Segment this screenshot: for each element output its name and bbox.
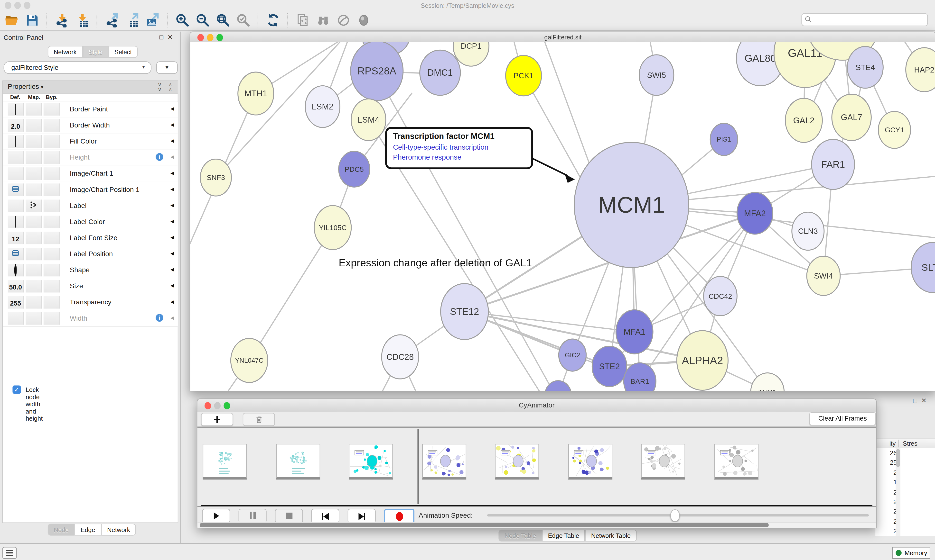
- property-cell[interactable]: 12: [8, 232, 24, 244]
- cyanimator-titlebar[interactable]: CyAnimator: [197, 399, 876, 412]
- table-row-1[interactable]: 26: [875, 449, 897, 459]
- zoom-out-icon[interactable]: [196, 13, 210, 28]
- annotation-link-1[interactable]: Cell-type-specific transcription: [393, 142, 525, 153]
- property-cell[interactable]: [26, 216, 42, 228]
- property-row-label-position[interactable]: Label Position◀: [3, 246, 178, 263]
- tab-style[interactable]: Style: [83, 46, 108, 58]
- tab-network[interactable]: Network: [101, 524, 136, 536]
- property-cell[interactable]: [8, 312, 24, 325]
- zoom-in-icon[interactable]: [175, 13, 190, 28]
- property-cell[interactable]: [26, 183, 42, 196]
- zoom-icon[interactable]: [224, 402, 230, 409]
- tab-node[interactable]: Node: [48, 524, 74, 536]
- property-cell[interactable]: [26, 103, 42, 115]
- close-icon[interactable]: [205, 402, 211, 409]
- zoom-fit-icon[interactable]: [216, 13, 230, 28]
- property-cell[interactable]: [8, 200, 24, 212]
- property-cell[interactable]: [26, 119, 42, 132]
- close-panel-icon[interactable]: ✕: [168, 33, 173, 41]
- property-cell[interactable]: [8, 183, 24, 196]
- tab-network[interactable]: Network: [48, 46, 83, 58]
- property-cell[interactable]: [43, 151, 60, 164]
- tab-select[interactable]: Select: [108, 46, 137, 58]
- tab-edge-table[interactable]: Edge Table: [542, 529, 585, 542]
- property-cell[interactable]: [43, 168, 60, 180]
- property-cell[interactable]: [43, 232, 60, 244]
- property-row-border-paint[interactable]: Border Paint◀: [3, 101, 178, 118]
- expand-row-icon[interactable]: ◀: [170, 235, 174, 240]
- go-to-start-button[interactable]: [311, 509, 339, 523]
- table-row-7[interactable]: 2: [875, 508, 897, 517]
- stop-button[interactable]: [275, 509, 303, 523]
- property-cell[interactable]: [26, 280, 42, 292]
- property-cell[interactable]: [26, 312, 42, 325]
- property-row-fill-color[interactable]: Fill Color◀: [3, 134, 178, 150]
- lock-size-checkbox[interactable]: ✓: [12, 385, 21, 394]
- network-node-bar1[interactable]: [624, 363, 656, 391]
- table-row-5[interactable]: 2: [875, 488, 897, 498]
- property-row-image-chart-position-1[interactable]: Image/Chart Position 1◀: [3, 182, 178, 198]
- property-cell[interactable]: [26, 264, 42, 276]
- property-row-size[interactable]: 50.0Size◀: [3, 278, 178, 295]
- style-select[interactable]: galFiltered Style ▾: [4, 61, 151, 74]
- property-cell[interactable]: 50.0: [8, 280, 24, 292]
- expand-row-icon[interactable]: ◀: [170, 299, 174, 304]
- property-cell[interactable]: [8, 248, 24, 260]
- property-cell[interactable]: [43, 216, 60, 228]
- table-row-2[interactable]: 25: [875, 459, 897, 469]
- mcm1-annotation[interactable]: Transcription factor MCM1 Cell-type-spec…: [385, 127, 533, 169]
- table-row-4[interactable]: 1: [875, 478, 897, 488]
- expand-row-icon[interactable]: ◀: [170, 267, 174, 272]
- expand-all-icon[interactable]: ∨∨: [158, 82, 161, 92]
- property-row-image-chart-1[interactable]: Image/Chart 1◀: [3, 166, 178, 182]
- property-cell[interactable]: [26, 200, 42, 212]
- close-icon[interactable]: [197, 34, 204, 41]
- property-cell[interactable]: [43, 119, 60, 132]
- go-to-end-button[interactable]: [348, 509, 376, 523]
- expand-row-icon[interactable]: ◀: [170, 154, 174, 160]
- status-menu-button[interactable]: [2, 547, 17, 559]
- pause-button[interactable]: [239, 509, 267, 523]
- speed-slider-thumb[interactable]: [670, 509, 680, 522]
- property-row-width[interactable]: Widthi◀: [3, 311, 178, 327]
- property-row-label-color[interactable]: Label Color◀: [3, 214, 178, 231]
- annotation-link-2[interactable]: Pheromone response: [393, 153, 525, 163]
- expand-row-icon[interactable]: ◀: [170, 219, 174, 224]
- expand-row-icon[interactable]: ◀: [170, 251, 174, 256]
- expand-row-icon[interactable]: ◀: [170, 170, 174, 175]
- tab-node-table[interactable]: Node Table: [498, 529, 542, 542]
- property-cell[interactable]: 255: [8, 296, 24, 308]
- search-input[interactable]: [801, 13, 928, 26]
- play-button[interactable]: [202, 509, 230, 523]
- table-col-ity[interactable]: ity: [889, 440, 896, 447]
- tab-edge[interactable]: Edge: [74, 524, 101, 536]
- clear-all-frames-button[interactable]: Clear All Frames: [809, 412, 876, 426]
- collapse-all-icon[interactable]: ∧∧: [168, 82, 172, 92]
- window-close-icon[interactable]: [5, 2, 11, 9]
- property-cell[interactable]: [43, 280, 60, 292]
- zoom-icon[interactable]: [216, 34, 223, 41]
- float-panel-icon[interactable]: □: [159, 33, 164, 40]
- property-cell[interactable]: [43, 264, 60, 276]
- cyanimator-horizontal-scrollbar[interactable]: [197, 522, 876, 528]
- window-zoom-icon[interactable]: [24, 2, 31, 9]
- property-cell[interactable]: [26, 232, 42, 244]
- property-cell[interactable]: [8, 168, 24, 180]
- table-vertical-scrollbar[interactable]: [896, 448, 900, 536]
- expand-row-icon[interactable]: ◀: [170, 186, 174, 192]
- property-cell[interactable]: [43, 183, 60, 196]
- minimize-icon[interactable]: [207, 34, 213, 41]
- add-frame-button[interactable]: [201, 413, 233, 426]
- property-cell[interactable]: [26, 168, 42, 180]
- property-cell[interactable]: [8, 151, 24, 164]
- open-session-icon[interactable]: [5, 13, 19, 28]
- expand-row-icon[interactable]: ◀: [170, 138, 174, 143]
- memory-indicator[interactable]: Memory: [892, 547, 930, 559]
- property-cell[interactable]: [43, 103, 60, 115]
- property-row-shape[interactable]: Shape◀: [3, 262, 178, 279]
- tab-network-table[interactable]: Network Table: [585, 529, 636, 542]
- table-row-6[interactable]: 2: [875, 498, 897, 508]
- expand-row-icon[interactable]: ◀: [170, 203, 174, 208]
- network-canvas[interactable]: RPS28ADMC1DCP1PCK1MTH1LSM2LSM4SWI5GAL80G…: [190, 42, 935, 391]
- table-row-8[interactable]: 2: [875, 518, 897, 528]
